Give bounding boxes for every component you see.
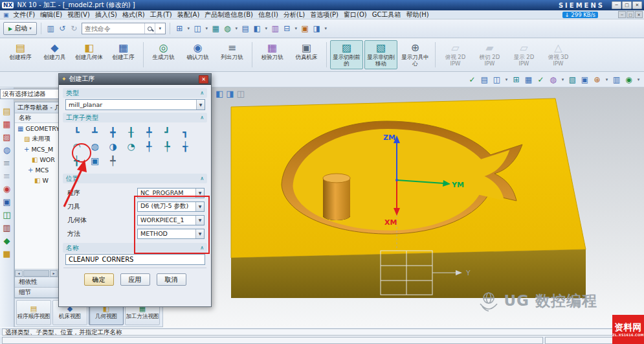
undo-icon[interactable]: ↺ [57, 23, 68, 34]
columns-icon[interactable]: ◫ [491, 74, 502, 85]
menu-item[interactable]: 格式(R) [120, 10, 148, 19]
subtype-thread-mill-icon[interactable]: ╄ [159, 141, 175, 152]
target-icon[interactable]: ⊕ [592, 74, 603, 85]
search-icon[interactable] [144, 23, 155, 34]
redo-icon[interactable]: ↻ [69, 23, 80, 34]
subtype-rough-follow-icon[interactable]: ╂ [123, 126, 139, 138]
scrollbar-thumb[interactable] [23, 270, 49, 277]
dialog-titlebar[interactable]: ✦ 创建工序 ✕ [59, 74, 211, 85]
window-icon[interactable]: ▣ [3, 12, 9, 18]
render-style-icon[interactable]: ◍ [222, 23, 233, 34]
type-combo[interactable]: mill_planar ▼ [65, 99, 205, 110]
roles-icon[interactable]: ▤ [3, 107, 10, 115]
menu-item[interactable]: 首选项(P) [307, 10, 341, 19]
subtype-hole-mill-icon[interactable]: ╅ [177, 141, 194, 152]
start-menu-button[interactable]: ▶ 启动 ▾ [3, 22, 37, 35]
dropdown-caret[interactable]: ▾ [560, 74, 566, 85]
menu-item[interactable]: 窗口(O) [341, 10, 370, 19]
show-2d-ipw-button[interactable]: ▱显示 2D IPW [507, 40, 540, 69]
view-layout-icon[interactable]: ◫ [192, 23, 203, 34]
top-3d-ipw-button[interactable]: △俯视 3D IPW [542, 40, 575, 69]
palette-icon[interactable]: ▦ [210, 23, 221, 34]
ok-button[interactable]: 确定 [84, 273, 114, 286]
menu-item[interactable]: 编辑(E) [38, 10, 65, 19]
grid-icon[interactable]: ⊞ [511, 74, 522, 85]
generate-toolpath-button[interactable]: ◎生成刀轨 [147, 40, 180, 63]
show-before-cut-button[interactable]: ▨显示切削前的 [330, 40, 363, 69]
menu-item[interactable]: 文件(F) [11, 10, 38, 19]
window-split-icon[interactable]: ◨ [311, 23, 322, 34]
simulate-machine-button[interactable]: ▣仿真机床 [290, 40, 323, 63]
menu-item[interactable]: 产品制造信息(B) [202, 10, 256, 19]
list-icon[interactable]: ▤ [479, 74, 490, 85]
command-search-input[interactable] [82, 25, 144, 32]
collapse-chevron-icon[interactable]: ∧ [200, 245, 204, 251]
dropdown-caret[interactable]: ▾ [504, 74, 509, 85]
dropdown-caret[interactable]: ▾ [293, 23, 299, 34]
menu-item[interactable]: GC工具箱 [370, 10, 404, 19]
rows-icon[interactable]: ▥ [611, 74, 622, 85]
pane-icon[interactable]: ⊟ [282, 23, 293, 34]
material-icon[interactable]: ▣ [300, 23, 311, 34]
record-icon[interactable]: ◉ [3, 185, 10, 193]
rows-icon[interactable]: ▥ [3, 224, 10, 232]
history-icon[interactable]: ≡ [3, 159, 10, 167]
subtype-section-header[interactable]: 工序子类型 ∧ [63, 113, 207, 122]
diamond-icon[interactable]: ◆ [4, 236, 10, 245]
name-section-header[interactable]: 名称 ∧ [63, 243, 207, 253]
top-2d-ipw-button[interactable]: ▱俯视 2D IPW [439, 40, 472, 69]
collapse-chevron-icon[interactable]: ∧ [200, 90, 204, 96]
dropdown-caret[interactable]: ▾ [604, 74, 610, 85]
subtype-planar-mill-icon[interactable]: ╋ [105, 126, 121, 138]
command-finder[interactable]: ▾ [82, 23, 166, 34]
view-cube-icon[interactable]: ◧ [216, 89, 223, 98]
dropdown-caret[interactable]: ▾ [323, 23, 329, 34]
create-operation-button[interactable]: ▦创建工序 [107, 40, 140, 63]
dropdown-caret[interactable]: ▾ [636, 74, 641, 85]
subtype-finish-floor-icon[interactable]: ◑ [105, 141, 121, 152]
menu-item[interactable]: 帮助(H) [403, 10, 431, 19]
subtype-user-defined-icon[interactable]: ▣ [87, 155, 103, 166]
subtype-cleanup-icon[interactable]: ┛ [159, 126, 175, 138]
location-combo[interactable]: METHOD ▼ [137, 229, 205, 239]
chevron-down-icon[interactable]: ▼ [195, 202, 204, 211]
create-tool-button[interactable]: ◆创建刀具 [38, 40, 71, 63]
chevron-down-icon[interactable]: ▼ [195, 189, 204, 198]
subtype-face-mill-icon[interactable]: ┻ [87, 126, 103, 138]
maximize-button[interactable]: □ [622, 1, 632, 9]
move-icon[interactable]: ◍ [3, 146, 10, 154]
tab-program-order-view[interactable]: ▤ 程序顺序视图 [16, 300, 51, 325]
show-tool-center-button[interactable]: ⊕显示刀具中心 [399, 40, 432, 69]
doc-close-button[interactable]: ✕ [635, 11, 643, 18]
outline-icon[interactable]: ≡ [3, 172, 10, 180]
check-toolpath-button[interactable]: ▦校验刀轨 [256, 40, 289, 63]
location-combo[interactable]: NC_PROGRAM ▼ [137, 188, 205, 198]
hatch-icon[interactable]: ▧ [567, 74, 578, 85]
subtype-rough-zigzag-icon[interactable]: ╇ [141, 126, 157, 138]
search-options-caret[interactable]: ▾ [155, 23, 165, 34]
subtype-engrave-icon[interactable]: ◔ [123, 141, 139, 152]
assembly-icon[interactable]: ▦ [3, 120, 10, 128]
subtype-drill-icon[interactable]: ╃ [141, 141, 157, 152]
save-icon[interactable]: ▥ [45, 23, 56, 34]
split-view-icon[interactable]: ◧ [252, 23, 263, 34]
check-icon[interactable]: ✓ [535, 74, 546, 85]
minimize-button[interactable]: ─ [612, 1, 621, 9]
table-icon[interactable]: ▦ [523, 74, 534, 85]
chevron-down-icon[interactable]: ▼ [195, 229, 204, 238]
subtype-floor-wall-icon[interactable]: ┗ [69, 126, 85, 138]
grid-icon[interactable]: ▥ [270, 23, 281, 34]
menu-item[interactable]: 信息(I) [256, 10, 281, 19]
block-icon[interactable]: ■ [3, 249, 10, 258]
doc-minimize-button[interactable]: ─ [618, 11, 626, 18]
operation-name-input[interactable] [65, 254, 205, 265]
collapse-chevron-icon[interactable]: ∧ [200, 176, 204, 181]
sphere-icon[interactable]: ◍ [548, 74, 559, 85]
scroll-right-icon[interactable]: ▸ [50, 270, 58, 277]
dropdown-caret[interactable]: ▾ [263, 23, 269, 34]
layer-icon[interactable]: ▤ [240, 23, 251, 34]
section-2d-ipw-button[interactable]: ▰横切 2D IPW [473, 40, 506, 69]
3d-model[interactable]: Y ZM YM XM [214, 89, 602, 312]
menu-item[interactable]: 工具(T) [148, 10, 175, 19]
frame-icon[interactable]: ▣ [579, 74, 590, 85]
